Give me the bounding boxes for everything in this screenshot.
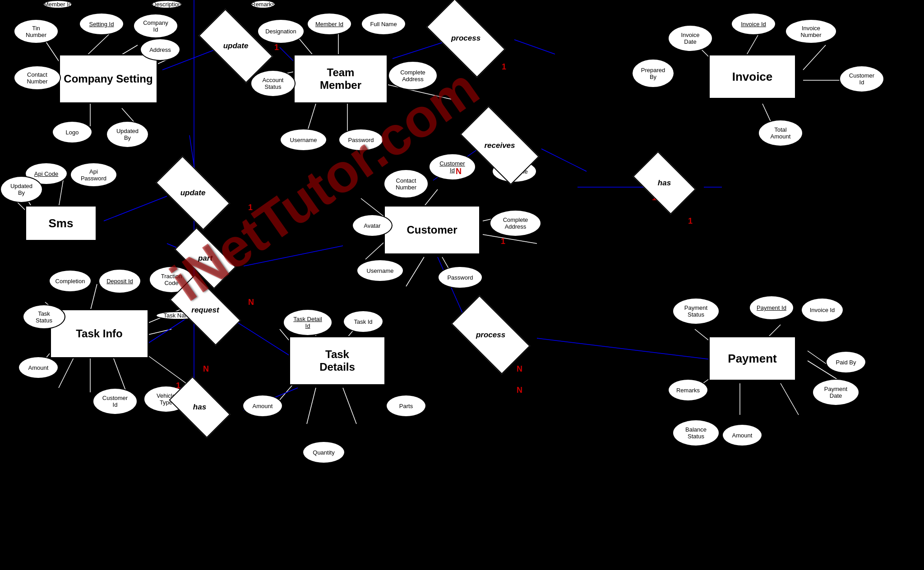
svg-line-53 (59, 356, 74, 388)
attr-address-cs: Address (140, 38, 180, 61)
svg-line-65 (343, 388, 356, 424)
attr-prepared-by: PreparedBy (632, 59, 675, 88)
entity-sms: Sms (25, 205, 97, 241)
rel-process1: process (431, 19, 501, 57)
attr-account-status: AccountStatus (250, 70, 296, 97)
attr-logo: Logo (52, 121, 92, 143)
attr-parts: Parts (386, 395, 426, 417)
card-6: N (203, 364, 209, 374)
attr-deposit-id: Deposit Id (98, 269, 141, 294)
card-9: 1 (502, 62, 506, 72)
svg-line-20 (803, 45, 826, 70)
attr-customer-id-inv: CustomerId (839, 65, 884, 92)
attr-task-id: Task Id (343, 310, 383, 333)
svg-line-24 (541, 149, 587, 171)
attr-invoice-date: InvoiceDate (668, 25, 713, 52)
attr-company-id: CompanyId (133, 14, 178, 38)
svg-line-40 (781, 383, 799, 415)
rel-update1: update (203, 28, 268, 64)
attr-api-password: ApiPassword (70, 162, 117, 187)
entity-company-setting: Company Setting (59, 54, 158, 104)
attr-amount-ti: Amount (18, 356, 59, 379)
svg-line-17 (514, 40, 555, 54)
attr-complete-address-cust: CompleteAddress (490, 210, 541, 237)
card-15: 1 (688, 216, 693, 226)
attr-avatar: Avatar (352, 214, 393, 237)
attr-member-id-ti: Member Id (43, 0, 73, 9)
svg-line-64 (307, 388, 316, 424)
rel-has2: has (174, 391, 226, 423)
card-3: 1 (248, 203, 253, 212)
attr-tin-number: TinNumber (14, 19, 59, 44)
attr-member-id: Member Id (307, 13, 352, 35)
attr-password-tm: Password (338, 129, 383, 151)
svg-line-51 (90, 284, 97, 311)
attr-payment-id: Payment Id (749, 295, 794, 320)
svg-line-42 (537, 338, 722, 361)
card-16: N (517, 386, 522, 395)
rel-process2: process (456, 316, 526, 354)
attr-username-cust: Username (356, 259, 404, 282)
attr-username-tm: Username (280, 129, 327, 151)
attr-password-cust: Password (438, 266, 483, 289)
rel-receives: receives (465, 126, 535, 165)
attr-customer-id-ti: CustomerId (92, 388, 138, 415)
entity-team-member: TeamMember (293, 54, 388, 104)
attr-task-detail-id: Task DetailId (283, 309, 333, 336)
rel-update2: update (160, 175, 226, 211)
attr-invoice-number: InvoiceNumber (785, 19, 837, 44)
attr-updated-by-cs: UpdatedBy (106, 121, 149, 148)
svg-line-55 (113, 356, 126, 392)
attr-setting-id: Setting Id (79, 13, 124, 35)
card-5: N (248, 298, 254, 307)
svg-line-45 (59, 180, 63, 207)
attr-contact-number-cust: ContactNumber (383, 169, 429, 198)
attr-description: Description (151, 0, 182, 9)
attr-remarks-td: Remarks (250, 0, 276, 9)
rel-request: request (174, 293, 237, 327)
attr-task-status: TaskStatus (23, 304, 65, 329)
attr-contact-number-cs: ContactNumber (14, 65, 61, 90)
attr-total-amount: TotalAmount (758, 120, 803, 147)
attr-invoice-id: Invoice Id (731, 13, 776, 35)
entity-payment: Payment (708, 336, 796, 381)
attr-payment-date: PaymentDate (812, 379, 859, 406)
entity-customer: Customer (383, 205, 480, 255)
entity-invoice: Invoice (708, 54, 796, 99)
card-1: 1 (274, 43, 279, 52)
entity-task-details: TaskDetails (289, 336, 386, 386)
attr-paid-by: Paid By (826, 351, 866, 373)
svg-line-29 (406, 257, 424, 286)
attr-balance-status: BalanceStatus (672, 419, 720, 446)
attr-quantity: Quantity (302, 441, 345, 464)
rel-has1: has (638, 166, 690, 200)
card-12: 1 (501, 237, 505, 246)
rel-part: part (178, 244, 232, 273)
attr-amount-td: Amount (242, 395, 283, 417)
card-13: N (517, 364, 522, 374)
erd-diagram: Company Setting Sms Task Info TeamMember… (0, 0, 924, 570)
attr-updated-by-sms: UpdatedBy (0, 176, 43, 203)
card-10: N (456, 167, 462, 176)
attr-completion: Completion (49, 270, 92, 292)
attr-amount-pay: Amount (722, 424, 762, 446)
svg-line-49 (244, 246, 343, 266)
attr-payment-status: PaymentStatus (672, 298, 720, 325)
svg-line-46 (104, 196, 167, 221)
attr-invoice-id-pay: Invoice Id (801, 298, 844, 322)
attr-complete-address-tm: CompleteAddress (388, 61, 438, 90)
attr-remarks-pay: Remarks (668, 379, 708, 401)
attr-full-name-tm: Full Name (361, 13, 406, 35)
